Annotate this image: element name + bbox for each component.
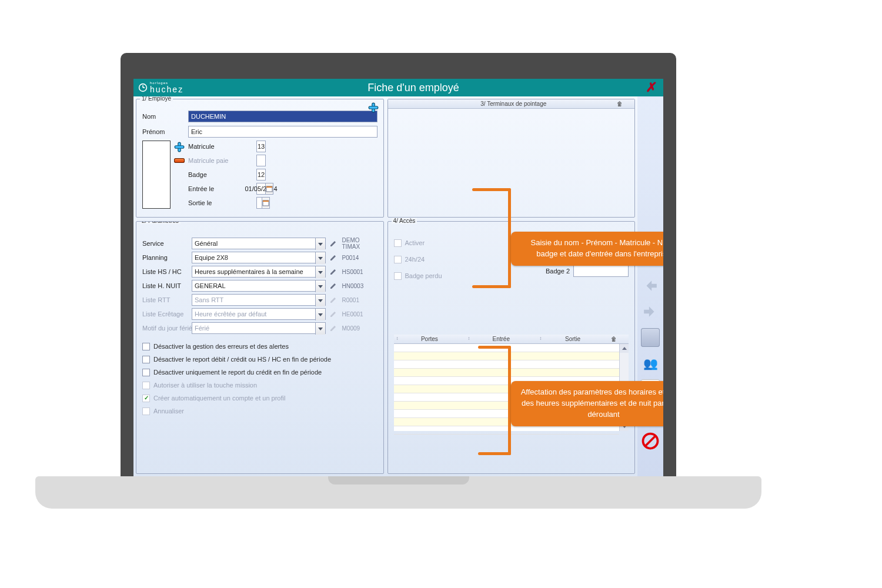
label-24h: 24h/24 (405, 256, 425, 263)
legend-employe: 1/ Employé (140, 96, 173, 102)
legend-acces: 4/ Accès (392, 218, 417, 224)
edit-param-icon[interactable] (328, 323, 339, 333)
edit-param-icon[interactable] (328, 252, 339, 263)
input-sortie[interactable] (256, 197, 262, 209)
window-icon[interactable] (641, 328, 660, 347)
add-employe-icon[interactable] (368, 102, 379, 113)
col-portes[interactable]: Portes (394, 336, 466, 342)
input-nom[interactable]: DUCHEMIN (188, 111, 377, 122)
param-label: Liste HS / HC (142, 268, 189, 275)
label-badge-perdu: Badge perdu (405, 272, 442, 279)
param-select-5[interactable]: Heure écrêtée par défaut (192, 308, 326, 320)
param-select-4[interactable]: Sans RTT (192, 294, 326, 306)
clock-icon (138, 83, 148, 92)
svg-rect-6 (175, 146, 184, 149)
label-nom: Nom (142, 113, 185, 120)
param-code: HE0001 (342, 311, 377, 318)
calendar-entree-icon[interactable] (266, 183, 273, 195)
label-badge2: Badge 2 (534, 268, 570, 275)
param-label: Motif du jour férié (142, 325, 189, 332)
param-select-3[interactable]: GENERAL (192, 280, 326, 292)
next-icon[interactable] (641, 302, 660, 321)
section-employe: 1/ Employé Nom DUCHEMIN Prénom Eric (136, 99, 384, 218)
people-icon[interactable]: 👥 (641, 354, 660, 373)
callout-parametres: Affectation des paramètres des horaires … (511, 381, 663, 426)
photo-box (142, 141, 171, 209)
edit-param-icon[interactable] (328, 295, 339, 305)
svg-rect-4 (369, 106, 378, 109)
svg-rect-10 (263, 201, 269, 202)
close-icon[interactable]: ✗ (643, 79, 661, 96)
edit-param-icon[interactable] (328, 266, 339, 277)
section-terminaux: 3/ Terminaux de pointage 🗑 2Lecteur atel… (387, 99, 636, 218)
chk-param-label: Désactiver uniquement le report du crédi… (153, 369, 322, 376)
param-label: Planning (142, 254, 189, 261)
callout-employe: Saisie du nom - Prénom - Matricule - N° … (511, 232, 663, 266)
chk-activer[interactable] (394, 239, 402, 247)
chk-param-label: Créer automatiquement un compte et un pr… (153, 395, 285, 402)
edit-param-icon[interactable] (328, 238, 339, 249)
chk-param-5[interactable] (142, 407, 150, 415)
param-code: DEMO TIMAX (342, 237, 377, 250)
edit-param-icon[interactable] (328, 309, 339, 319)
col-entree[interactable]: Entrée (465, 336, 537, 342)
chk-param-label: Annualiser (153, 407, 184, 415)
input-matricule[interactable]: 13 (256, 141, 266, 152)
terminaux-header: 3/ Terminaux de pointage (413, 101, 615, 107)
label-badge: Badge (188, 171, 253, 178)
input-entree[interactable]: 01/05/2014 (256, 183, 266, 195)
input-matricule-paie[interactable] (256, 155, 266, 166)
chk-param-label: Désactiver la gestion des erreurs et des… (153, 343, 289, 350)
chk-param-0[interactable] (142, 343, 150, 350)
page-title: Fiche d'un employé (183, 82, 643, 94)
chk-24h[interactable] (394, 256, 402, 263)
param-select-2[interactable]: Heures supplémentaires à la semaine (192, 266, 326, 278)
param-select-1[interactable]: Equipe 2X8 (192, 252, 326, 263)
chk-param-1[interactable] (142, 356, 150, 363)
input-badge2[interactable] (573, 265, 629, 277)
input-prenom[interactable]: Eric (188, 126, 377, 138)
chk-param-2[interactable] (142, 369, 150, 376)
param-select-0[interactable]: Général (192, 238, 326, 249)
add-photo-icon[interactable] (174, 142, 185, 152)
param-label: Liste RTT (142, 296, 189, 303)
legend-parametres: 2/ Paramètres (140, 221, 181, 224)
edit-param-icon[interactable] (328, 280, 339, 291)
forbidden-icon[interactable] (641, 432, 660, 450)
param-code: M0009 (342, 325, 377, 332)
param-label: Service (142, 240, 189, 247)
col-sortie[interactable]: Sortie (537, 336, 609, 342)
param-label: Liste H. NUIT (142, 282, 189, 289)
chk-param-3[interactable] (142, 382, 150, 389)
calendar-sortie-icon[interactable] (262, 197, 270, 209)
label-sortie: Sortie le (188, 199, 253, 206)
label-activer: Activer (405, 239, 425, 246)
chk-badge-perdu[interactable] (394, 272, 402, 280)
label-entree: Entrée le (188, 185, 253, 192)
param-select-6[interactable]: Férié (192, 322, 326, 334)
label-matricule-paie: Matricule paie (188, 157, 253, 164)
svg-rect-8 (266, 186, 272, 188)
param-label: Liste Ecrêtage (142, 310, 189, 318)
brand: horloges huchez (138, 81, 183, 94)
prev-icon[interactable] (641, 276, 660, 295)
input-badge[interactable]: 12 (256, 169, 266, 181)
chk-param-label: Autoriser à utiliser la touche mission (153, 382, 257, 389)
remove-photo-icon[interactable] (174, 158, 185, 163)
chk-param-4[interactable] (142, 395, 150, 402)
label-matricule: Matricule (188, 143, 253, 150)
param-code: P0014 (342, 255, 377, 261)
section-parametres: 2/ Paramètres ServiceGénéralDEMO TIMAXPl… (136, 221, 384, 474)
brand-name: huchez (150, 85, 183, 94)
param-code: HN0003 (342, 283, 377, 289)
svg-line-15 (645, 436, 656, 446)
trash-icon[interactable]: 🗑 (614, 101, 625, 107)
param-code: HS0001 (342, 269, 377, 275)
param-code: R0001 (342, 297, 377, 303)
trash-acces-icon[interactable]: 🗑 (609, 336, 619, 342)
chk-param-label: Désactiver le report débit / crédit ou H… (153, 356, 331, 363)
label-prenom: Prénom (142, 128, 185, 135)
